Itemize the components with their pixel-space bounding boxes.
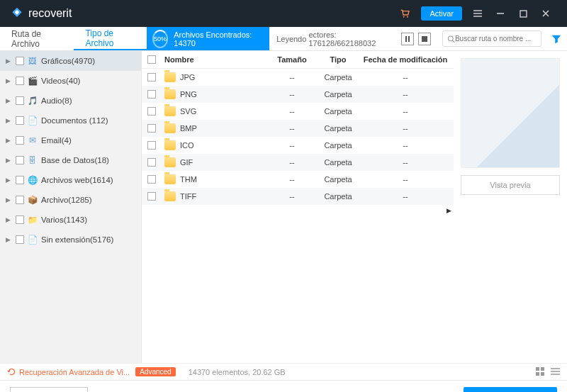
activate-button[interactable]: Activar [421, 6, 462, 21]
panel-collapse-icon[interactable]: ▶ [447, 207, 451, 214]
category-icon: 📄 [27, 234, 38, 245]
category-icon: 🎬 [27, 75, 38, 86]
svg-point-1 [407, 16, 408, 18]
preview-button[interactable]: Vista previa [461, 175, 560, 195]
search-input[interactable] [455, 35, 537, 43]
sidebar-item[interactable]: ▶ 📁 Varios(1143) [0, 210, 141, 230]
table-row[interactable]: BMP -- Carpeta -- [142, 120, 454, 137]
chevron-right-icon: ▶ [6, 97, 13, 104]
row-size: -- [271, 158, 313, 167]
table-row[interactable]: GIF -- Carpeta -- [142, 154, 454, 171]
close-icon[interactable] [539, 6, 553, 21]
maximize-icon[interactable] [516, 6, 530, 21]
svg-point-0 [403, 16, 405, 18]
files-found-label: Archivos Encontrados: 14370 [174, 30, 259, 47]
category-checkbox[interactable] [16, 215, 24, 224]
category-checkbox[interactable] [16, 77, 24, 85]
svg-rect-8 [541, 372, 544, 376]
sidebar-item[interactable]: ▶ ✉ Email(4) [0, 130, 141, 150]
filter-icon[interactable] [546, 27, 567, 50]
advanced-link-text: Recuperación Avanzada de Vi... [19, 368, 130, 376]
category-checkbox[interactable] [16, 176, 24, 184]
select-all-checkbox[interactable] [147, 55, 156, 64]
advanced-badge: Advanced [135, 367, 175, 376]
sidebar-item[interactable]: ▶ 🖼 Gráficos(4970) [0, 51, 141, 71]
table-row[interactable]: ICO -- Carpeta -- [142, 137, 454, 154]
recover-button[interactable]: Recuperar [464, 387, 557, 393]
refresh-icon [7, 367, 16, 376]
category-checkbox[interactable] [16, 156, 24, 164]
reading-label: Leyendo [276, 35, 306, 43]
folder-icon [164, 174, 176, 184]
table-header: Nombre Tamaño Tipo Fecha de modificación [142, 51, 454, 69]
chevron-right-icon: ▶ [6, 236, 13, 243]
row-date: -- [363, 158, 448, 167]
table-row[interactable]: SVG -- Carpeta -- [142, 103, 454, 120]
row-checkbox[interactable] [147, 107, 156, 116]
row-checkbox[interactable] [147, 141, 156, 150]
search-box[interactable] [442, 30, 541, 47]
category-checkbox[interactable] [16, 235, 24, 244]
tab-file-type[interactable]: Tipo de Archivo [74, 27, 146, 50]
pause-button[interactable] [401, 33, 414, 45]
row-checkbox[interactable] [147, 73, 156, 82]
minimize-icon[interactable] [493, 6, 507, 21]
view-list-icon[interactable] [551, 367, 560, 376]
folder-icon [164, 157, 176, 167]
sidebar-item[interactable]: ▶ 📄 Documentos (112) [0, 111, 141, 130]
col-type[interactable]: Tipo [313, 55, 363, 64]
svg-rect-5 [536, 367, 539, 371]
row-date: -- [363, 107, 448, 116]
category-icon: 📁 [27, 214, 38, 225]
col-name[interactable]: Nombre [162, 55, 271, 64]
row-date: -- [363, 90, 448, 99]
row-name: GIF [180, 158, 193, 167]
sidebar-item[interactable]: ▶ 📦 Archivo(1285) [0, 190, 141, 210]
view-grid-icon[interactable] [536, 367, 545, 376]
chevron-right-icon: ▶ [6, 137, 13, 144]
col-size[interactable]: Tamaño [271, 55, 313, 64]
table-row[interactable]: TIFF -- Carpeta -- [142, 188, 454, 205]
row-checkbox[interactable] [147, 124, 156, 133]
row-checkbox[interactable] [147, 90, 156, 99]
col-date[interactable]: Fecha de modificación [363, 55, 448, 64]
progress-percent: 50% [152, 30, 169, 48]
sidebar-item[interactable]: ▶ 🎵 Audio(8) [0, 91, 141, 111]
category-label: Sin extensión(5176) [41, 235, 113, 244]
folder-icon [164, 140, 176, 150]
back-button[interactable]: Atrás [10, 387, 88, 393]
sidebar-item[interactable]: ▶ 📄 Sin extensión(5176) [0, 230, 141, 250]
cart-icon[interactable] [398, 7, 411, 20]
advanced-recovery-link[interactable]: Recuperación Avanzada de Vi... Advanced [7, 367, 176, 376]
category-checkbox[interactable] [16, 196, 24, 204]
sidebar-item[interactable]: ▶ 🌐 Archivos web(1614) [0, 170, 141, 190]
table-row[interactable]: PNG -- Carpeta -- [142, 86, 454, 103]
svg-rect-3 [422, 36, 427, 42]
table-row[interactable]: THM -- Carpeta -- [142, 171, 454, 188]
tab-file-path[interactable]: Ruta de Archivo [0, 27, 74, 50]
category-checkbox[interactable] [16, 116, 24, 125]
table-row[interactable]: JPG -- Carpeta -- [142, 69, 454, 86]
category-label: Videos(40) [41, 77, 80, 85]
category-checkbox[interactable] [16, 136, 24, 145]
stop-button[interactable] [418, 33, 431, 45]
row-type: Carpeta [313, 158, 363, 167]
category-icon: 📄 [27, 115, 38, 126]
sidebar-item[interactable]: ▶ 🎬 Videos(40) [0, 71, 141, 91]
preview-thumbnail [461, 58, 560, 168]
status-bar: Recuperación Avanzada de Vi... Advanced … [0, 363, 567, 380]
category-checkbox[interactable] [16, 96, 24, 105]
category-label: Archivos web(1614) [41, 176, 113, 184]
row-checkbox[interactable] [147, 158, 156, 167]
folder-icon [164, 123, 176, 133]
row-name: THM [180, 175, 197, 184]
sidebar-item[interactable]: ▶ 🗄 Base de Datos(18) [0, 150, 141, 170]
row-type: Carpeta [313, 124, 363, 133]
search-icon [447, 35, 455, 43]
row-checkbox[interactable] [147, 175, 156, 184]
table-body: JPG -- Carpeta -- PNG -- Carpeta -- SVG … [142, 69, 454, 205]
row-checkbox[interactable] [147, 192, 156, 201]
category-checkbox[interactable] [16, 57, 24, 65]
svg-rect-6 [541, 367, 544, 371]
menu-icon[interactable] [471, 6, 485, 21]
